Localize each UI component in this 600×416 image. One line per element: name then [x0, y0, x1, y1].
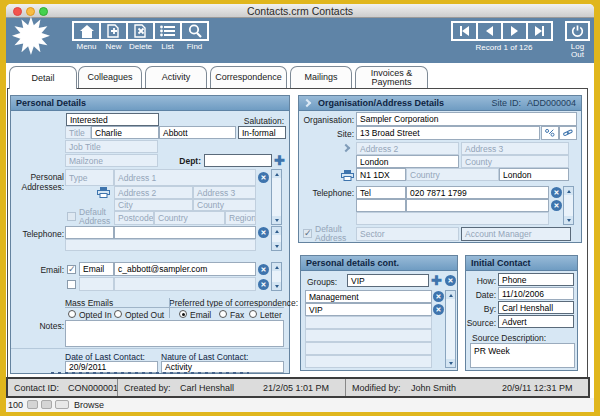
- org-county-field[interactable]: County: [461, 155, 569, 168]
- add-address-icon[interactable]: ✚: [274, 154, 285, 167]
- find-button[interactable]: Find: [180, 21, 209, 51]
- pref-letter-radio[interactable]: [249, 310, 257, 318]
- org-city-field[interactable]: London: [356, 155, 459, 168]
- opted-in-radio[interactable]: [68, 310, 76, 318]
- phone-type-field[interactable]: [65, 226, 114, 239]
- email2-address-field[interactable]: [114, 277, 256, 291]
- mode-selector[interactable]: Browse: [74, 400, 104, 410]
- groups-input[interactable]: VIP: [347, 274, 429, 287]
- postcode-field[interactable]: Postcode: [114, 211, 154, 225]
- groups-scrollbar[interactable]: [445, 290, 456, 368]
- org-default-address-checkbox[interactable]: [303, 229, 312, 238]
- sector-field[interactable]: Sector: [356, 227, 459, 241]
- email2-checkbox[interactable]: [67, 280, 76, 289]
- group-row-2[interactable]: VIP: [305, 303, 432, 316]
- dept-field[interactable]: [204, 154, 272, 167]
- first-record-button[interactable]: [451, 21, 478, 41]
- addresses-scrollbar[interactable]: [271, 169, 282, 225]
- clear-email-icon[interactable]: [258, 264, 269, 275]
- print-address-icon[interactable]: [97, 187, 110, 198]
- tab-detail[interactable]: Detail: [9, 66, 77, 89]
- last-name-field[interactable]: Abbott: [159, 126, 236, 139]
- interested-field[interactable]: Interested: [66, 113, 159, 126]
- country-field[interactable]: Country: [154, 211, 225, 225]
- title-field[interactable]: Title: [65, 126, 91, 139]
- clear-org-phone-icon[interactable]: [551, 187, 562, 198]
- pref-fax-radio[interactable]: [219, 310, 227, 318]
- site-address1-field[interactable]: 13 Broad Street: [356, 126, 540, 140]
- org-phone2-number-field[interactable]: [406, 199, 549, 212]
- tab-activity[interactable]: Activity: [145, 66, 207, 88]
- address-type-field[interactable]: Type: [65, 169, 114, 186]
- first-name-field[interactable]: Charlie: [91, 126, 159, 139]
- org-address3-field[interactable]: Address 3: [461, 142, 569, 155]
- zoom-in-button[interactable]: [41, 400, 52, 409]
- tab-colleagues[interactable]: Colleagues: [78, 66, 142, 88]
- job-title-field[interactable]: Job Title: [65, 140, 158, 153]
- layout-mode-button[interactable]: [55, 400, 69, 409]
- group-row-3[interactable]: [305, 316, 432, 329]
- mailzone-field[interactable]: Mailzone: [65, 154, 158, 167]
- unlink-site-button[interactable]: [541, 126, 559, 140]
- phone-empty-row[interactable]: [65, 239, 256, 251]
- email2-type-field[interactable]: [79, 277, 114, 291]
- new-button[interactable]: New: [99, 21, 128, 51]
- default-address-checkbox[interactable]: [67, 212, 76, 221]
- group-row-1[interactable]: Management: [305, 290, 432, 303]
- org-phone-empty-row[interactable]: [356, 212, 549, 225]
- previous-record-button[interactable]: [476, 21, 503, 41]
- telephone-scrollbar[interactable]: [271, 226, 282, 251]
- group-row-4[interactable]: [305, 329, 432, 342]
- group-row-6[interactable]: [305, 355, 432, 368]
- email-address-field[interactable]: c_abbott@sampler.com: [114, 262, 256, 276]
- list-button[interactable]: List: [153, 21, 182, 51]
- tab-invoices-payments[interactable]: Invoices & Payments: [355, 66, 428, 88]
- delete-button[interactable]: Delete: [126, 21, 155, 51]
- date-field[interactable]: 11/10/2006: [498, 287, 574, 300]
- clear-org-phone2-icon[interactable]: [551, 200, 562, 211]
- source-field[interactable]: Advert: [498, 315, 574, 328]
- logout-button[interactable]: [565, 21, 590, 41]
- address2-field[interactable]: Address 2: [114, 186, 193, 199]
- org-phone2-type-field[interactable]: [356, 199, 406, 212]
- email-type-field[interactable]: Email: [79, 262, 114, 276]
- clear-group-icon[interactable]: [445, 275, 456, 286]
- opted-out-radio[interactable]: [114, 310, 122, 318]
- last-record-button[interactable]: [526, 21, 553, 41]
- org-phone-number-field[interactable]: 020 7871 1799: [406, 186, 549, 199]
- phone-number-field[interactable]: [114, 226, 256, 239]
- expand-icon[interactable]: [303, 99, 311, 107]
- zoom-out-button[interactable]: [27, 400, 38, 409]
- tab-correspondence[interactable]: Correspondence: [210, 66, 287, 88]
- menu-button[interactable]: Menu: [72, 21, 101, 51]
- org-phone-type-field[interactable]: Tel: [356, 186, 406, 199]
- org-country-field[interactable]: Country: [406, 168, 499, 181]
- email-scrollbar[interactable]: [271, 262, 282, 291]
- salutation-field[interactable]: In-formal: [238, 126, 286, 139]
- by-field[interactable]: Carl Henshall: [498, 301, 574, 314]
- clear-email2-icon[interactable]: [258, 279, 269, 290]
- remove-group1-icon[interactable]: [433, 291, 444, 302]
- county-field[interactable]: County: [193, 199, 256, 211]
- address3-field[interactable]: Address 3: [193, 186, 256, 199]
- next-record-button[interactable]: [501, 21, 528, 41]
- address1-field[interactable]: Address 1: [114, 169, 256, 186]
- org-address2-field[interactable]: Address 2: [356, 142, 459, 155]
- source-desc-field[interactable]: PR Week: [470, 343, 575, 368]
- how-field[interactable]: Phone: [498, 273, 574, 286]
- clear-phone-icon[interactable]: [258, 227, 269, 238]
- notes-field[interactable]: [65, 320, 284, 347]
- organisation-field[interactable]: Sampler Corporation: [356, 112, 577, 126]
- org-region-field[interactable]: London: [499, 168, 569, 181]
- link-site-button[interactable]: [559, 126, 577, 140]
- account-manager-field[interactable]: Account Manager: [461, 227, 571, 241]
- org-postcode-field[interactable]: N1 1DX: [356, 168, 406, 181]
- site-expand-icon[interactable]: [342, 144, 350, 152]
- pref-email-radio[interactable]: [179, 310, 187, 318]
- region-field[interactable]: Region: [225, 211, 256, 225]
- group-row-5[interactable]: [305, 342, 432, 355]
- org-phone-scrollbar[interactable]: [563, 186, 574, 225]
- city-field[interactable]: City: [114, 199, 193, 211]
- tab-mailings[interactable]: Mailings: [290, 66, 352, 88]
- remove-group2-icon[interactable]: [433, 304, 444, 315]
